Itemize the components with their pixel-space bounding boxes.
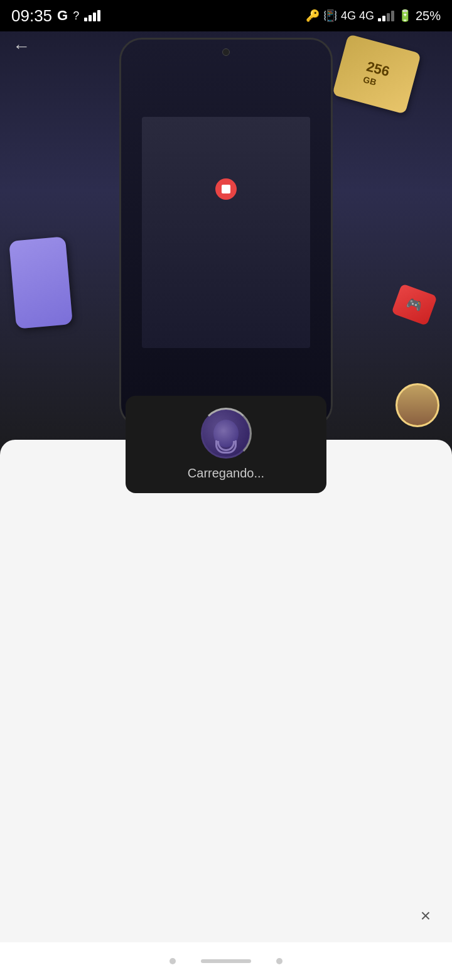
camera-notch	[222, 48, 230, 56]
battery-icon: 🔋	[398, 9, 412, 23]
nav-back-dot[interactable]	[170, 958, 176, 964]
close-button[interactable]: ×	[414, 905, 437, 927]
nav-home-pill[interactable]	[201, 959, 251, 963]
record-button	[215, 178, 237, 200]
loading-avatar	[201, 408, 251, 459]
back-button[interactable]: ←	[13, 36, 30, 57]
loading-text: Carregando...	[188, 466, 264, 481]
google-icon: G	[57, 8, 68, 24]
network-signal-icon	[378, 11, 394, 21]
vibrate-icon: 📳	[323, 9, 337, 23]
status-time: 09:35	[11, 6, 52, 26]
status-right: 🔑 📳 4G 4G 🔋 25%	[306, 9, 441, 23]
signal-icon: ?	[73, 9, 79, 23]
cellular-signal-icon	[84, 10, 100, 21]
phone-mockup	[119, 38, 333, 427]
sdcard-decoration: 256 GB	[332, 34, 421, 114]
loading-overlay: Carregando...	[126, 396, 326, 493]
battery-percent: 25%	[416, 9, 441, 23]
key-icon: 🔑	[306, 9, 320, 23]
network-label: 4G 4G	[341, 9, 374, 23]
navigation-bar	[0, 942, 452, 980]
bottom-sheet: × Estou feliz de receber seu mimo 🧡 Cora…	[0, 440, 452, 980]
streamer-avatar	[396, 383, 439, 427]
toy-decoration: 🎮	[391, 283, 437, 326]
nav-recent-dot[interactable]	[276, 958, 282, 964]
status-left: 09:35 G ?	[11, 6, 100, 26]
status-bar: 09:35 G ? 🔑 📳 4G 4G 🔋 25%	[0, 0, 452, 31]
phone-screen	[121, 40, 331, 425]
phone-left-decoration	[9, 236, 73, 329]
